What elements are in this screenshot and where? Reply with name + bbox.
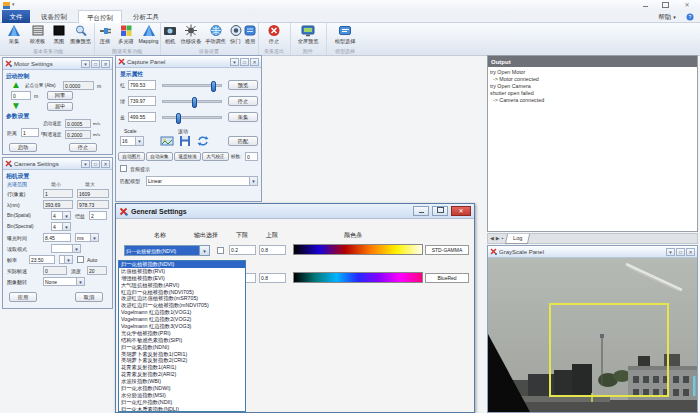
- camera-cancel-button[interactable]: 取消: [75, 292, 103, 302]
- capture-stop-button[interactable]: 停止: [228, 96, 258, 106]
- list-item[interactable]: 改进红边归一化植被指数(mNDVI705): [119, 302, 245, 309]
- close-button[interactable]: ✕: [680, 2, 694, 9]
- framerate-input[interactable]: 23.50: [29, 255, 55, 264]
- fullscreen-preview-button[interactable]: 全屏预览: [293, 24, 323, 45]
- scroll-right-icon[interactable]: ▶: [496, 233, 500, 244]
- mapping-button[interactable]: Mapping: [137, 24, 160, 44]
- list-item[interactable]: 归一化水指数(NDWI): [119, 385, 245, 392]
- return-speed-value[interactable]: 0.2000: [65, 130, 91, 139]
- list-item[interactable]: 归一化植被指数(NDVI): [119, 261, 245, 268]
- motor-panel-titlebar[interactable]: Motor Settings: [3, 58, 112, 70]
- red-band-input[interactable]: 799.53: [128, 80, 156, 90]
- jog-down-arrow-icon[interactable]: [11, 101, 21, 111]
- green-slider-thumb[interactable]: [192, 97, 197, 108]
- exposure-input[interactable]: 8.45: [43, 233, 71, 242]
- tab-file[interactable]: 文件: [2, 10, 30, 23]
- list-item[interactable]: 增强植被指数(EVI): [119, 275, 245, 282]
- tab-list-icon[interactable]: ▪: [502, 233, 504, 244]
- exposure-unit-dropdown[interactable]: ms: [75, 233, 99, 242]
- auto-capture-button[interactable]: 自动采集: [146, 152, 173, 161]
- match-button[interactable]: 匹配: [228, 136, 258, 146]
- list-item[interactable]: 红边归一化植被指数(NDVI705): [119, 289, 245, 296]
- list-item[interactable]: Vogelmann 红边指数2(VOG2): [119, 316, 245, 323]
- tab-device-control[interactable]: 设备控制: [32, 10, 76, 23]
- capture-button[interactable]: 采集: [3, 24, 25, 45]
- shutter-button[interactable]: 快门: [228, 24, 243, 45]
- flip-dropdown[interactable]: None: [43, 277, 85, 286]
- speed-calibration-button[interactable]: 速度校准: [174, 152, 201, 161]
- match-model-dropdown[interactable]: Linear: [146, 176, 258, 186]
- output-log[interactable]: try Open Motor -> Motor connected try Op…: [490, 69, 695, 229]
- green-band-input[interactable]: 739.97: [128, 96, 156, 106]
- green-band-slider[interactable]: [162, 100, 222, 103]
- dialog-close-button[interactable]: ✕: [451, 206, 471, 216]
- list-item[interactable]: Vogelmann 红边指数1(VOG1): [119, 309, 245, 316]
- atmos-correction-button[interactable]: 大气校正: [202, 152, 229, 161]
- list-item[interactable]: Vogelmann 红边指数3(VOG3): [119, 323, 245, 330]
- list-item[interactable]: 花青素反射指数2(ARI2): [119, 371, 245, 378]
- panel-pin-button[interactable]: [91, 160, 100, 168]
- blue-band-slider[interactable]: [162, 116, 222, 119]
- dialog-titlebar[interactable]: General Settings ✕: [116, 204, 474, 219]
- blue-band-input[interactable]: 499.55: [128, 112, 156, 122]
- panel-menu-button[interactable]: [81, 60, 90, 68]
- list-item[interactable]: 归一化红外指数(NDII): [119, 399, 245, 406]
- auto-image-button[interactable]: 自动图片: [118, 152, 145, 161]
- colorbar-name-row2[interactable]: BlueRed: [425, 273, 469, 283]
- start-speed-value[interactable]: 0.0005: [65, 119, 91, 128]
- colorbar-name-row1[interactable]: STD-GAMMA: [425, 245, 469, 255]
- panel-close-button[interactable]: [101, 160, 110, 168]
- upper-limit-input-row2[interactable]: 0.8: [259, 273, 286, 283]
- blue-slider-thumb[interactable]: [176, 113, 181, 124]
- list-item[interactable]: 归一化氮指数(NDNI): [119, 344, 245, 351]
- camera-device-button[interactable]: 相机: [161, 24, 179, 45]
- distance-input[interactable]: 1: [21, 128, 39, 137]
- auto-framerate-checkbox[interactable]: [77, 256, 84, 263]
- calibration-board-button[interactable]: 校准板: [26, 24, 49, 45]
- panel-close-button[interactable]: [686, 248, 695, 256]
- preview-button[interactable]: 预览: [228, 80, 258, 90]
- camera-panel-titlebar[interactable]: Camera Settings: [3, 158, 112, 170]
- capture-panel-titlebar[interactable]: Capture Panel: [116, 56, 261, 68]
- gain-input[interactable]: 2: [89, 211, 107, 220]
- framerate-dropdown[interactable]: [59, 255, 73, 264]
- dialog-minimize-button[interactable]: [413, 206, 429, 216]
- refresh-icon[interactable]: [196, 135, 210, 147]
- list-item[interactable]: 大气阻抗植被指数(ARVI): [119, 282, 245, 289]
- output-checkbox-row1[interactable]: [217, 247, 224, 254]
- tab-platform-control[interactable]: 平台控制: [78, 10, 122, 23]
- panel-menu-button[interactable]: [81, 160, 90, 168]
- quick-access-chevron-icon[interactable]: ▾: [12, 1, 15, 7]
- home-button[interactable]: 回零: [47, 91, 73, 100]
- minimize-button[interactable]: [638, 2, 652, 9]
- connect-button[interactable]: 连接: [95, 24, 115, 45]
- scroll-left-icon[interactable]: ◀: [490, 233, 494, 244]
- start-position-value[interactable]: 0.0000: [63, 81, 94, 90]
- save-disk-icon[interactable]: [178, 135, 192, 147]
- red-band-slider[interactable]: [162, 84, 222, 87]
- upper-limit-input-row1[interactable]: 0.8: [259, 245, 286, 255]
- audio-prompt-checkbox[interactable]: [120, 165, 127, 172]
- manual-focus-button[interactable]: 手动调焦: [203, 24, 228, 45]
- restore-button[interactable]: [658, 2, 672, 9]
- dialog-maximize-button[interactable]: [432, 206, 448, 216]
- dark-frame-button[interactable]: 黑图: [50, 24, 68, 45]
- help-menu[interactable]: 帮助 ▾: [652, 10, 682, 23]
- multispectral-button[interactable]: 多光谱: [115, 24, 137, 45]
- motor-stop-button[interactable]: 停止: [69, 143, 97, 152]
- motor-start-button[interactable]: 启动: [9, 143, 37, 152]
- panel-pin-button[interactable]: [676, 248, 685, 256]
- stop-button[interactable]: 停止: [263, 24, 285, 45]
- list-item[interactable]: 水波段指数(WBI): [119, 378, 245, 385]
- frames-input[interactable]: 0: [245, 152, 258, 161]
- list-item[interactable]: 比值植被指数(RVI): [119, 268, 245, 275]
- image-preview-button[interactable]: 图像预览: [68, 24, 93, 45]
- scale-dropdown[interactable]: 16: [120, 136, 144, 146]
- list-item[interactable]: 类胡萝卜素反射指数2(CRI2): [119, 357, 245, 364]
- capture-save-button[interactable]: 采集: [228, 112, 258, 122]
- list-item[interactable]: 归一化木质素指数(NDLI): [119, 406, 245, 412]
- output-panel-header[interactable]: Output: [488, 56, 697, 67]
- list-item[interactable]: 结构不敏感色素指数(SIPI): [119, 337, 245, 344]
- index-name-combo[interactable]: 归一化植被指数(NDVI) ▾: [124, 245, 210, 256]
- center-button[interactable]: 居中: [47, 102, 73, 111]
